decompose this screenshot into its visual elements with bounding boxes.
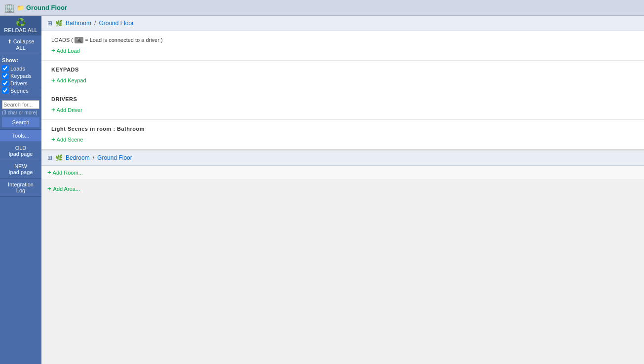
bedroom-link[interactable]: Bedroom: [66, 154, 90, 161]
drivers-section: DRIVERS + Add Driver: [41, 90, 644, 120]
top-bar: 🏢 📁 Ground Floor: [0, 0, 644, 16]
add-keypad-plus-icon: +: [51, 76, 55, 84]
scenes-title: Light Scenes in room : Bathroom: [51, 126, 634, 132]
new-ipad-button[interactable]: NEW Ipad page: [0, 160, 41, 179]
add-area-plus-icon: +: [47, 185, 51, 192]
add-room-link[interactable]: + Add Room...: [47, 169, 83, 176]
add-load-link[interactable]: + Add Load: [51, 47, 634, 54]
add-area-link[interactable]: + Add Area...: [47, 185, 638, 192]
room-grid-icon: ⊞: [47, 20, 52, 27]
bedroom-header: ⊞ 🌿 Bedroom / Ground Floor: [41, 150, 644, 166]
add-room-plus-icon: +: [47, 169, 51, 176]
keypads-section: KEYPADS + Add Keypad: [41, 61, 644, 90]
sidebar: ♻️ RELOAD ALL ⬆ Collapse ALL Show: Loads…: [0, 16, 41, 364]
add-room-section: + Add Room...: [41, 166, 644, 179]
reload-all-button[interactable]: ♻️ RELOAD ALL: [0, 16, 41, 36]
bathroom-area-link[interactable]: Ground Floor: [99, 20, 134, 27]
collapse-all-button[interactable]: ⬆ Collapse ALL: [0, 36, 41, 54]
show-loads-checkbox[interactable]: Loads: [2, 65, 39, 72]
folder-icon: 📁: [17, 4, 24, 11]
add-driver-link[interactable]: + Add Driver: [51, 106, 634, 113]
integration-log-button[interactable]: Integration Log: [0, 179, 41, 197]
search-button[interactable]: Search: [2, 117, 39, 127]
room-bathroom: ⊞ 🌿 Bathroom / Ground Floor LOADS ( 🔌 = …: [41, 16, 644, 150]
search-input[interactable]: [2, 100, 39, 109]
tools-button[interactable]: Tools...: [0, 130, 41, 142]
show-scenes-checkbox[interactable]: Scenes: [2, 87, 39, 94]
collapse-icon: ⬆: [7, 38, 12, 44]
room-tree-icon: 🌿: [55, 20, 63, 27]
old-ipad-button[interactable]: OLD Ipad page: [0, 142, 41, 160]
drivers-title: DRIVERS: [51, 96, 634, 102]
bedroom-area-link[interactable]: Ground Floor: [97, 154, 132, 161]
search-section: (3 char or more) Search: [0, 98, 41, 130]
show-label: Show:: [2, 57, 39, 63]
bedroom-tree-icon: 🌿: [55, 154, 63, 161]
add-keypad-link[interactable]: + Add Keypad: [51, 76, 634, 84]
main-content: ⊞ 🌿 Bathroom / Ground Floor LOADS ( 🔌 = …: [41, 16, 644, 364]
floor-icon: 🏢: [4, 2, 15, 13]
scenes-section: Light Scenes in room : Bathroom + Add Sc…: [41, 120, 644, 149]
loads-section: LOADS ( 🔌 = Load is connected to a drive…: [41, 31, 644, 61]
add-area-section: + Add Area...: [41, 179, 644, 198]
show-filters-section: Show: Loads Keypads Drivers Scenes: [0, 54, 41, 98]
loads-description: LOADS ( 🔌 = Load is connected to a drive…: [51, 37, 634, 43]
add-scene-plus-icon: +: [51, 136, 55, 143]
show-drivers-checkbox[interactable]: Drivers: [2, 80, 39, 86]
keypads-title: KEYPADS: [51, 67, 634, 73]
add-scene-link[interactable]: + Add Scene: [51, 136, 634, 143]
bathroom-link[interactable]: Bathroom: [66, 20, 91, 27]
page-title: Ground Floor: [26, 4, 67, 11]
driver-connected-icon: 🔌: [75, 37, 83, 43]
show-keypads-checkbox[interactable]: Keypads: [2, 73, 39, 79]
search-hint: (3 char or more): [2, 110, 39, 115]
bathroom-header: ⊞ 🌿 Bathroom / Ground Floor: [41, 16, 644, 31]
add-load-plus-icon: +: [51, 47, 55, 54]
reload-icon: ♻️: [16, 18, 26, 27]
add-driver-plus-icon: +: [51, 106, 55, 113]
bedroom-grid-icon: ⊞: [47, 154, 52, 161]
bathroom-content: LOADS ( 🔌 = Load is connected to a drive…: [41, 31, 644, 150]
room-bedroom: ⊞ 🌿 Bedroom / Ground Floor + Add Room...: [41, 150, 644, 179]
